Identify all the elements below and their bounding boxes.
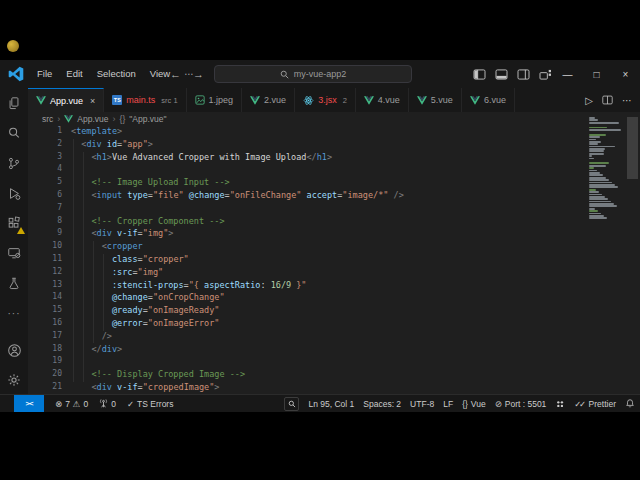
code-editor[interactable]: 1<template>2 <div id="app">3 <h1>Vue Adv… bbox=[28, 126, 640, 395]
nav-back-icon[interactable]: ← bbox=[170, 68, 181, 80]
tab-4-vue[interactable]: 4.vue bbox=[356, 88, 409, 112]
menu-file[interactable]: File bbox=[30, 60, 59, 88]
editor-scrollbar[interactable] bbox=[627, 117, 638, 179]
code-line[interactable]: 6 <input type="file" @change="onFileChan… bbox=[28, 190, 640, 203]
line-number[interactable]: 20 bbox=[28, 369, 71, 382]
line-number[interactable]: 9 bbox=[28, 228, 71, 241]
extension-dots-icon[interactable] bbox=[555, 399, 565, 409]
line-number[interactable]: 12 bbox=[28, 267, 71, 280]
code-line[interactable]: 20 <!-- Display Cropped Image --> bbox=[28, 369, 640, 382]
source-control-icon[interactable] bbox=[0, 148, 28, 178]
command-center-search[interactable]: my-vue-app2 bbox=[214, 65, 412, 83]
code-line[interactable]: 9 <div v-if="img"> bbox=[28, 228, 640, 241]
run-debug-icon[interactable] bbox=[0, 178, 28, 208]
encoding[interactable]: UTF-8 bbox=[410, 399, 434, 409]
remote-explorer-icon[interactable] bbox=[0, 238, 28, 268]
menu-selection[interactable]: Selection bbox=[90, 60, 143, 88]
tab-3-jsx[interactable]: 3.jsx 2 bbox=[295, 88, 356, 112]
line-number[interactable]: 7 bbox=[28, 203, 71, 216]
code-line[interactable]: 8 <!-- Cropper Component --> bbox=[28, 216, 640, 229]
problems-indicator[interactable]: ⊗ 7 ⚠ 0 bbox=[55, 399, 88, 409]
indentation[interactable]: Spaces: 2 bbox=[363, 399, 401, 409]
testing-icon[interactable] bbox=[0, 268, 28, 298]
eol-sequence[interactable]: LF bbox=[443, 399, 453, 409]
breadcrumb-folder[interactable]: src bbox=[42, 114, 53, 124]
line-number[interactable]: 5 bbox=[28, 177, 71, 190]
port-indicator[interactable]: ⊘ Port : 5501 bbox=[495, 399, 547, 409]
code-line[interactable]: 12 :src="img" bbox=[28, 267, 640, 280]
code-line[interactable]: 11 class="cropper" bbox=[28, 254, 640, 267]
toggle-panel-icon[interactable] bbox=[495, 69, 508, 80]
prettier-indicator[interactable]: ✓✓ Prettier bbox=[574, 399, 616, 409]
minimap[interactable] bbox=[589, 117, 623, 220]
zoom-indicator[interactable] bbox=[284, 397, 299, 411]
code-line[interactable]: 17 /> bbox=[28, 331, 640, 344]
code-line[interactable]: 21 <div v-if="croppedImage"> bbox=[28, 382, 640, 395]
tab-6-vue[interactable]: 6.vue bbox=[462, 88, 515, 112]
line-number[interactable]: 18 bbox=[28, 344, 71, 357]
nav-forward-icon[interactable]: → bbox=[193, 68, 204, 80]
activity-bar: ··· bbox=[0, 88, 28, 395]
accounts-icon[interactable] bbox=[0, 335, 28, 365]
line-number[interactable]: 4 bbox=[28, 164, 71, 177]
remote-indicator[interactable]: >< bbox=[14, 395, 44, 412]
code-line[interactable]: 16 @error="onImageError" bbox=[28, 318, 640, 331]
line-number[interactable]: 3 bbox=[28, 152, 71, 165]
code-line[interactable]: 13 :stencil-props="{ aspectRatio: 16/9 }… bbox=[28, 280, 640, 293]
tab-app-vue[interactable]: App.vue × bbox=[28, 88, 104, 112]
line-number[interactable]: 21 bbox=[28, 382, 71, 395]
notification-bell-icon[interactable] bbox=[625, 398, 635, 409]
minimize-button[interactable]: — bbox=[553, 60, 582, 88]
settings-gear-icon[interactable] bbox=[0, 365, 28, 395]
tab-main-ts[interactable]: TS main.ts src 1 bbox=[104, 88, 186, 112]
close-button[interactable]: × bbox=[611, 60, 640, 88]
line-number[interactable]: 2 bbox=[28, 139, 71, 152]
menu-edit[interactable]: Edit bbox=[59, 60, 89, 88]
line-number[interactable]: 1 bbox=[28, 126, 71, 139]
line-number[interactable]: 14 bbox=[28, 292, 71, 305]
cursor-position[interactable]: Ln 95, Col 1 bbox=[308, 399, 354, 409]
line-number[interactable]: 13 bbox=[28, 280, 71, 293]
code-line[interactable]: 5 <!-- Image Upload Input --> bbox=[28, 177, 640, 190]
minimap-line bbox=[589, 162, 609, 164]
language-mode[interactable]: {} Vue bbox=[462, 399, 486, 409]
tab-5-vue[interactable]: 5.vue bbox=[409, 88, 462, 112]
run-button[interactable]: ▷ bbox=[585, 95, 593, 106]
line-number[interactable]: 11 bbox=[28, 254, 71, 267]
extensions-icon[interactable] bbox=[0, 208, 28, 238]
code-line[interactable]: 4 bbox=[28, 164, 640, 177]
more-views-icon[interactable]: ··· bbox=[0, 298, 28, 328]
breadcrumb-symbol[interactable]: "App.vue" bbox=[129, 114, 166, 124]
line-number[interactable]: 10 bbox=[28, 241, 71, 254]
code-line[interactable]: 1<template> bbox=[28, 126, 640, 139]
ports-indicator[interactable]: 0 bbox=[99, 399, 116, 409]
tab-1-jpeg[interactable]: 1.jpeg bbox=[187, 88, 243, 112]
code-line[interactable]: 19 bbox=[28, 356, 640, 369]
toggle-secondary-sidebar-icon[interactable] bbox=[517, 69, 530, 80]
line-number[interactable]: 15 bbox=[28, 305, 71, 318]
toggle-sidebar-icon[interactable] bbox=[473, 69, 486, 80]
code-line[interactable]: 15 @ready="onImageReady" bbox=[28, 305, 640, 318]
explorer-icon[interactable] bbox=[0, 88, 28, 118]
code-line[interactable]: 18 </div> bbox=[28, 344, 640, 357]
line-number[interactable]: 19 bbox=[28, 356, 71, 369]
customize-layout-icon[interactable] bbox=[539, 69, 552, 80]
tab-2-vue[interactable]: 2.vue bbox=[242, 88, 295, 112]
code-line[interactable]: 14 @change="onCropChange" bbox=[28, 292, 640, 305]
code-line[interactable]: 3 <h1>Vue Advanced Cropper with Image Up… bbox=[28, 152, 640, 165]
code-lines: 1<template>2 <div id="app">3 <h1>Vue Adv… bbox=[28, 126, 640, 395]
line-number[interactable]: 6 bbox=[28, 190, 71, 203]
more-actions-icon[interactable]: ⋯ bbox=[622, 95, 632, 106]
line-number[interactable]: 17 bbox=[28, 331, 71, 344]
split-editor-icon[interactable] bbox=[602, 95, 613, 105]
line-number[interactable]: 8 bbox=[28, 216, 71, 229]
code-line[interactable]: 10 <cropper bbox=[28, 241, 640, 254]
ts-errors-indicator[interactable]: ✓ TS Errors bbox=[127, 399, 174, 409]
search-icon[interactable] bbox=[0, 118, 28, 148]
maximize-button[interactable]: □ bbox=[582, 60, 611, 88]
code-line[interactable]: 2 <div id="app"> bbox=[28, 139, 640, 152]
close-tab-icon[interactable]: × bbox=[90, 96, 95, 106]
breadcrumb-file[interactable]: App.vue bbox=[77, 114, 108, 124]
code-line[interactable]: 7 bbox=[28, 203, 640, 216]
line-number[interactable]: 16 bbox=[28, 318, 71, 331]
